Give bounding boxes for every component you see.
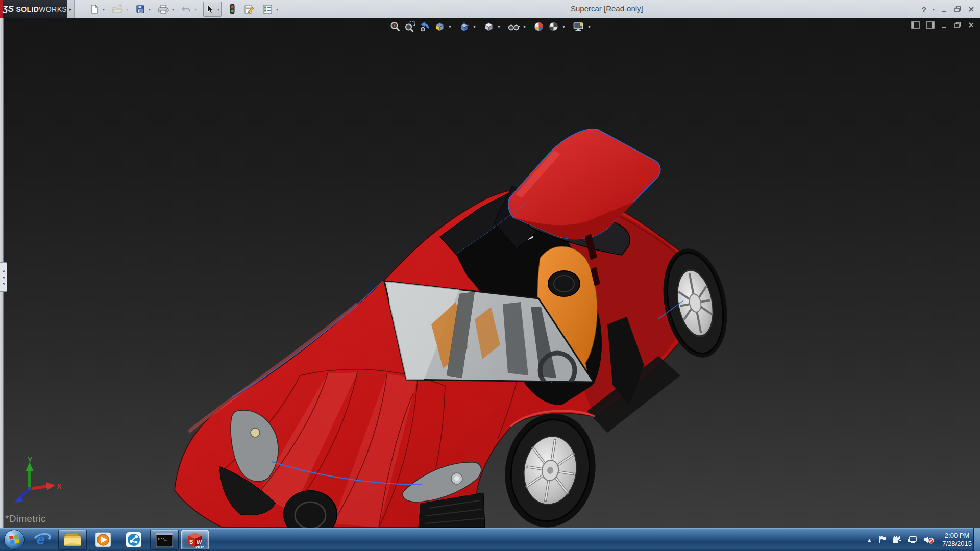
- taskbar-connect-app[interactable]: [119, 530, 148, 550]
- zoom-to-area-button[interactable]: [403, 20, 416, 33]
- section-view-dropdown[interactable]: ▾: [448, 24, 452, 29]
- options-checklist-icon: [262, 4, 273, 14]
- doc-close-icon: [968, 21, 975, 29]
- options-dropdown[interactable]: ▾: [275, 7, 280, 12]
- taskbar-command-prompt[interactable]: C:\ _: [150, 530, 179, 550]
- headsup-view-toolbar: ▾ ▾ ▾: [388, 20, 591, 33]
- doc-restore-icon: [954, 21, 962, 29]
- taskbar-media-player[interactable]: [89, 530, 117, 550]
- power-plug-icon[interactable]: [892, 535, 902, 544]
- zoom-to-fit-button[interactable]: [388, 20, 402, 33]
- start-button[interactable]: [4, 530, 24, 550]
- undo-dropdown[interactable]: ▾: [193, 7, 198, 12]
- print-dropdown[interactable]: ▾: [171, 7, 176, 12]
- seat-headrest-hole: [548, 271, 580, 296]
- feature-panel-expander[interactable]: ◂ ◂ ◂: [0, 262, 7, 292]
- solidworks-cube-icon: S W 2015: [186, 531, 204, 549]
- taskbar-internet-explorer[interactable]: e: [28, 530, 56, 550]
- apply-scene-button[interactable]: [547, 20, 560, 33]
- undo-button[interactable]: [180, 2, 193, 17]
- display-style-dropdown[interactable]: ▾: [497, 24, 501, 29]
- view-settings-dropdown[interactable]: ▾: [587, 24, 592, 29]
- menu-flyout-tab[interactable]: ▸: [67, 0, 75, 18]
- options-button[interactable]: [260, 2, 275, 17]
- minimize-icon: [941, 6, 948, 13]
- display-style-button[interactable]: [482, 20, 495, 33]
- select-tool-dropdown[interactable]: ▾: [216, 2, 221, 16]
- titlebar: ƷSSOLIDWORKS ▸ ▾ ▾: [0, 0, 980, 18]
- flyout-arrow-icon: ▸: [69, 7, 72, 12]
- previous-view-button[interactable]: [418, 20, 431, 33]
- taskbar-windows-explorer[interactable]: [58, 530, 87, 550]
- document-window-controls: [911, 21, 975, 29]
- show-desktop-button[interactable]: [973, 528, 980, 551]
- eyeglasses-icon: [508, 21, 520, 32]
- logo-works: WORKS: [39, 5, 67, 13]
- system-tray: ▲: [866, 528, 972, 551]
- desktop-screen: ƷSSOLIDWORKS ▸ ▾ ▾: [0, 0, 980, 551]
- edit-appearance-button[interactable]: [532, 20, 546, 33]
- solidworks-logo-text: ƷSSOLIDWORKS: [3, 4, 67, 14]
- apply-scene-dropdown[interactable]: ▾: [562, 24, 566, 29]
- new-document-button[interactable]: [88, 2, 101, 17]
- rebuild-button[interactable]: [227, 2, 238, 17]
- print-button[interactable]: [156, 2, 170, 17]
- cmd-cursor: _: [164, 537, 167, 541]
- tray-time: 2:00 PM: [942, 532, 972, 540]
- internet-explorer-icon: e: [33, 531, 51, 548]
- tray-clock[interactable]: 2:00 PM 7/28/2015: [942, 532, 972, 548]
- right-pane-icon: [926, 21, 935, 29]
- app-restore-button[interactable]: [954, 6, 962, 13]
- hide-show-items-button[interactable]: [507, 20, 521, 33]
- view-settings-icon: [573, 21, 585, 32]
- select-tool-button[interactable]: [204, 2, 216, 16]
- folder-icon: [63, 532, 82, 548]
- help-button[interactable]: ?: [922, 5, 926, 14]
- triad-x-label: X: [57, 482, 62, 490]
- hide-show-items-dropdown[interactable]: ▾: [523, 24, 527, 29]
- restore-icon: [954, 6, 962, 13]
- section-view-button[interactable]: [433, 20, 446, 33]
- save-button[interactable]: [134, 2, 147, 17]
- command-prompt-icon: C:\ _: [155, 532, 174, 548]
- view-orientation-button[interactable]: [457, 20, 471, 33]
- show-hidden-icons-button[interactable]: ▲: [866, 536, 873, 544]
- new-document-dropdown[interactable]: ▾: [102, 7, 106, 12]
- app-minimize-button[interactable]: [941, 6, 948, 13]
- save-dropdown[interactable]: ▾: [148, 7, 152, 12]
- show-right-pane-button[interactable]: [926, 21, 935, 29]
- logo-solid: SOLID: [16, 5, 39, 13]
- view-orientation-dropdown[interactable]: ▾: [472, 24, 476, 29]
- sw-s-glyph: S: [189, 539, 193, 545]
- open-dropdown[interactable]: ▾: [125, 7, 130, 12]
- view-settings-button[interactable]: [572, 20, 586, 33]
- app-close-button[interactable]: [968, 6, 975, 13]
- connect-app-icon: [125, 531, 142, 548]
- file-properties-button[interactable]: [242, 2, 256, 17]
- network-icon[interactable]: [908, 535, 918, 544]
- volume-muted-icon[interactable]: [923, 535, 934, 544]
- sw-year: 2015: [195, 545, 204, 549]
- titlebar-controls: ? ▾: [922, 0, 975, 18]
- windows-flag-icon: [5, 530, 24, 549]
- supercar-model[interactable]: [0, 18, 980, 528]
- doc-restore-button[interactable]: [954, 21, 962, 29]
- select-cursor-icon: [205, 4, 214, 14]
- show-left-pane-button[interactable]: [911, 21, 920, 29]
- open-button[interactable]: [110, 2, 125, 17]
- doc-minimize-icon: [941, 21, 948, 29]
- doc-minimize-button[interactable]: [941, 21, 948, 29]
- graphics-viewport[interactable]: ◂ ◂ ◂: [0, 18, 980, 528]
- panel-arrow-icon: ◂: [2, 281, 4, 286]
- action-center-flag-icon[interactable]: [878, 535, 887, 544]
- section-view-icon: [434, 21, 445, 32]
- display-style-icon: [483, 21, 494, 32]
- select-tool-group: ▾: [203, 2, 222, 17]
- save-floppy-icon: [135, 4, 145, 14]
- zoom-to-area-icon: [404, 21, 415, 32]
- traffic-light-icon: [228, 4, 236, 15]
- doc-close-button[interactable]: [968, 21, 975, 29]
- taskbar-solidworks[interactable]: S W 2015: [181, 530, 209, 550]
- help-dropdown[interactable]: ▾: [933, 7, 935, 12]
- panel-arrow-icon: ◂: [2, 275, 4, 280]
